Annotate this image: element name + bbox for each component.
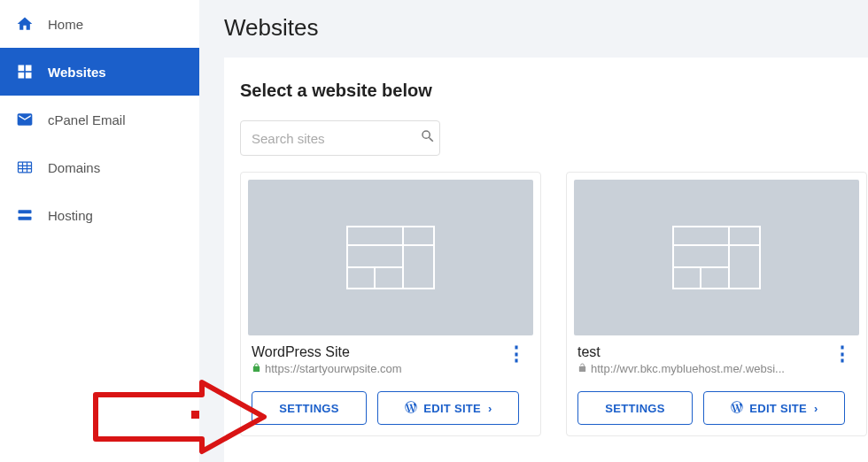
sidebar-item-home[interactable]: Home xyxy=(0,0,199,48)
sidebar-item-cpanel-email[interactable]: cPanel Email xyxy=(0,96,199,143)
svg-rect-4 xyxy=(19,162,32,173)
lock-icon xyxy=(252,362,261,375)
more-menu-icon[interactable]: ⋮ xyxy=(829,344,856,364)
svg-rect-0 xyxy=(19,65,25,72)
site-card: WordPress Site https://startyourwpsite.c… xyxy=(240,172,541,436)
content-panel: Select a website below xyxy=(224,58,868,462)
sidebar-item-label: cPanel Email xyxy=(48,112,126,127)
edit-site-button[interactable]: EDIT SITE › xyxy=(703,391,845,425)
sidebar-item-hosting[interactable]: Hosting xyxy=(0,191,199,239)
subtitle: Select a website below xyxy=(240,81,868,101)
home-icon xyxy=(16,15,34,33)
site-name: test xyxy=(577,344,829,360)
wordpress-icon xyxy=(404,400,418,417)
svg-rect-10 xyxy=(19,217,32,220)
websites-icon xyxy=(16,63,34,81)
svg-rect-11 xyxy=(347,227,434,289)
svg-rect-1 xyxy=(26,65,32,72)
chevron-right-icon: › xyxy=(488,402,492,415)
wordpress-icon xyxy=(730,400,744,417)
chevron-right-icon: › xyxy=(814,402,818,415)
sidebar-item-websites[interactable]: Websites xyxy=(0,48,199,96)
domains-icon xyxy=(16,158,34,176)
sidebar-item-label: Hosting xyxy=(48,208,93,223)
site-url[interactable]: https://startyourwpsite.com xyxy=(252,362,503,375)
site-thumbnail[interactable] xyxy=(248,180,533,335)
svg-rect-3 xyxy=(26,73,32,79)
site-url[interactable]: http://wvr.bkc.mybluehost.me/.websi... xyxy=(577,362,829,375)
site-name: WordPress Site xyxy=(252,344,503,360)
cards-row: WordPress Site https://startyourwpsite.c… xyxy=(224,172,868,436)
site-card: test http://wvr.bkc.mybluehost.me/.websi… xyxy=(566,172,867,436)
sidebar-item-label: Websites xyxy=(48,65,106,80)
edit-site-button[interactable]: EDIT SITE › xyxy=(377,391,519,425)
settings-button[interactable]: SETTINGS xyxy=(252,391,367,425)
settings-button[interactable]: SETTINGS xyxy=(577,391,693,425)
sidebar: Home Websites cPanel Email Domains Hosti… xyxy=(0,0,199,462)
wireframe-icon xyxy=(672,226,761,289)
more-menu-icon[interactable]: ⋮ xyxy=(503,344,530,364)
hosting-icon xyxy=(16,206,34,224)
main-content: Websites Select a website below xyxy=(199,0,868,462)
sidebar-item-label: Home xyxy=(48,17,83,32)
search-input[interactable] xyxy=(252,131,420,146)
email-icon xyxy=(16,111,34,128)
sidebar-item-domains[interactable]: Domains xyxy=(0,143,199,191)
unlock-icon xyxy=(577,362,587,375)
svg-rect-2 xyxy=(19,73,25,79)
svg-rect-16 xyxy=(673,227,760,289)
wireframe-icon xyxy=(346,226,435,289)
site-thumbnail[interactable] xyxy=(574,180,859,335)
search-box[interactable] xyxy=(240,120,440,156)
page-title: Websites xyxy=(199,0,868,58)
sidebar-item-label: Domains xyxy=(48,160,100,175)
search-icon xyxy=(420,128,436,148)
svg-rect-9 xyxy=(19,210,32,213)
